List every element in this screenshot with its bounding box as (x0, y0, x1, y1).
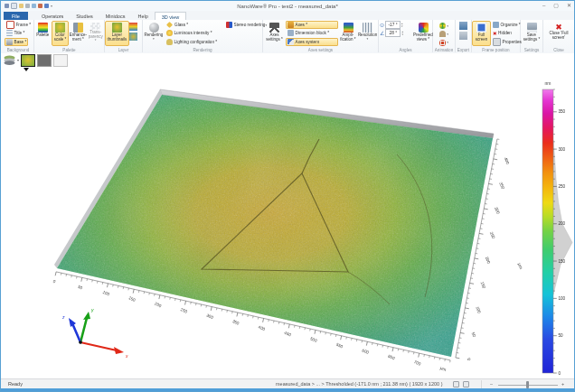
enhancement-button[interactable]: Enhance-ment * (69, 21, 87, 46)
enhancement-icon (73, 23, 83, 33)
frame-button[interactable]: Frame * (5, 21, 33, 29)
palette-button[interactable]: Palette (34, 21, 52, 46)
layer-thumbnails-icon (112, 23, 122, 33)
spinner-arrows-icon[interactable]: ▴▾ (401, 23, 403, 28)
save-settings-icon (527, 23, 537, 33)
layer-thumbnail-white[interactable] (53, 54, 68, 67)
axes-icon (288, 22, 294, 28)
spinner-arrows-icon[interactable]: ▴▾ (401, 31, 403, 36)
layer-thumbnail-strip: ▾ (4, 54, 68, 67)
open-folder-icon[interactable] (19, 4, 24, 8)
palette-qat-icon[interactable] (38, 4, 42, 8)
hidden-button[interactable]: ✖Hidden (491, 29, 519, 37)
fit-view-icon[interactable] (463, 381, 469, 387)
window-frame-bottom (1, 388, 574, 391)
maximize-button[interactable]: ▢ (553, 1, 559, 11)
dimension-block-button[interactable]: Dimension block * (286, 29, 338, 37)
save-icon[interactable] (5, 4, 9, 8)
tab-operators[interactable]: Operators (35, 12, 70, 20)
rendering-button[interactable]: Rendering▾ (143, 21, 165, 46)
stereo-rendering-button[interactable]: Stereo rendering▾ (224, 21, 262, 29)
angle-azimuth-spinner[interactable]: ⊙-17 °▴▾ (380, 21, 414, 29)
orientation-triad: x y z (61, 307, 128, 359)
tab-studies[interactable]: Studies (70, 12, 99, 20)
status-ready: Ready (8, 381, 23, 387)
dimension-block-icon (288, 30, 294, 36)
close-button[interactable]: ✕ (567, 1, 571, 11)
tab-file[interactable]: File (4, 12, 28, 20)
zoom-in-button[interactable]: + (561, 381, 564, 387)
resolution-button[interactable]: Resolution▾ (358, 21, 377, 46)
3d-scene-canvas[interactable]: 0501001502002503003504004505005506006507… (1, 53, 575, 378)
axes-button[interactable]: Axes * (286, 21, 338, 29)
selected-layer-marker (24, 68, 29, 71)
predefined-views-button[interactable]: Predefined views * (414, 21, 432, 46)
zoom-out-button[interactable]: – (490, 381, 493, 387)
svg-text:350: 350 (559, 109, 566, 114)
svg-text:550: 550 (335, 342, 344, 350)
svg-text:400: 400 (504, 156, 511, 164)
axes-settings-button[interactable]: Axes settings * (263, 21, 286, 46)
glass-button[interactable]: Glass * (165, 21, 224, 29)
3d-viewport[interactable]: 0501001502002503003504004505005506006507… (1, 53, 575, 378)
organize-button[interactable]: Organize * (491, 21, 519, 29)
title-icon (6, 30, 13, 36)
layer-mini-view-icon[interactable] (129, 33, 137, 41)
tab-help[interactable]: Help (131, 12, 154, 20)
svg-text:300: 300 (206, 313, 214, 321)
angle-elevation-spinner[interactable]: ∠28 °▴▾ (380, 29, 414, 37)
full-screen-button[interactable]: Full screen (472, 21, 491, 46)
minimize-button[interactable]: – (542, 1, 545, 11)
status-separator (481, 380, 482, 388)
export-clipboard-icon[interactable] (459, 32, 467, 40)
animation-target-button[interactable]: ▾ (438, 39, 450, 47)
svg-text:150: 150 (479, 281, 486, 289)
print-icon[interactable] (25, 4, 30, 8)
axes-system-icon (288, 39, 294, 45)
base-button[interactable]: Base * (5, 38, 28, 46)
svg-text:700: 700 (413, 359, 421, 367)
title-bar: ▾ NanoWare® Pro - test2 - measured_data*… (1, 1, 574, 11)
layer-stack-icon[interactable] (4, 54, 15, 66)
axes-system-button[interactable]: Axes system (286, 38, 338, 46)
zoom-tool-icon[interactable] (453, 381, 459, 387)
layer-thumbnail-gray[interactable] (37, 54, 52, 67)
glass-icon (166, 22, 173, 28)
status-document-path: measured_data > ... > Thresholded (-171.… (276, 381, 442, 387)
tab-3d-view[interactable]: 3D view (155, 12, 187, 20)
animation-flower-button[interactable]: ▾ (438, 22, 450, 30)
animation-target-icon (439, 40, 446, 46)
svg-text:100: 100 (559, 296, 566, 301)
layer-thumbnails-button[interactable]: Layer thumbnails (105, 21, 129, 46)
luminous-intensity-icon (166, 30, 173, 36)
title-button[interactable]: Title * (5, 29, 26, 37)
layer-thumbnail-color[interactable] (21, 54, 35, 67)
svg-text:600: 600 (362, 348, 370, 355)
tab-minidocs[interactable]: Minidocs (99, 12, 132, 20)
save-settings-button[interactable]: Save settings * (521, 21, 542, 46)
transparency-button[interactable]: Trans-parency * (87, 21, 104, 46)
layer-stack-dropdown-icon[interactable]: ▾ (17, 54, 19, 66)
animation-character-button[interactable]: ▾ (438, 30, 450, 38)
color-scale-button[interactable]: Color scale * (52, 21, 70, 46)
amplification-button[interactable]: Ampli-fication * (338, 21, 358, 46)
new-document-icon[interactable] (11, 3, 17, 9)
ribbon: Frame * Title * Base * Background Palett… (1, 20, 574, 54)
layers-qat-icon[interactable] (44, 4, 49, 8)
luminous-intensity-button[interactable]: Luminous intensity * (165, 29, 224, 37)
properties-button[interactable]: Properties (491, 38, 519, 46)
close-full-screen-button[interactable]: ✖Close 'Full screen' (545, 21, 572, 46)
base-icon (6, 39, 13, 45)
preview-icon[interactable] (32, 4, 36, 8)
svg-text:350: 350 (231, 319, 240, 326)
export-image-icon[interactable] (459, 22, 467, 30)
qat-dropdown-icon[interactable]: ▾ (51, 4, 54, 8)
triad-z-label: z (61, 314, 65, 320)
svg-text:500: 500 (309, 336, 317, 343)
svg-text:50: 50 (77, 285, 83, 291)
zoom-slider-thumb[interactable] (526, 381, 529, 388)
color-scale-gradient[interactable] (542, 89, 553, 373)
svg-text:450: 450 (284, 331, 292, 338)
lighting-configuration-button[interactable]: Lighting configuration * (165, 38, 224, 46)
layer-palette-icon[interactable] (129, 23, 137, 31)
